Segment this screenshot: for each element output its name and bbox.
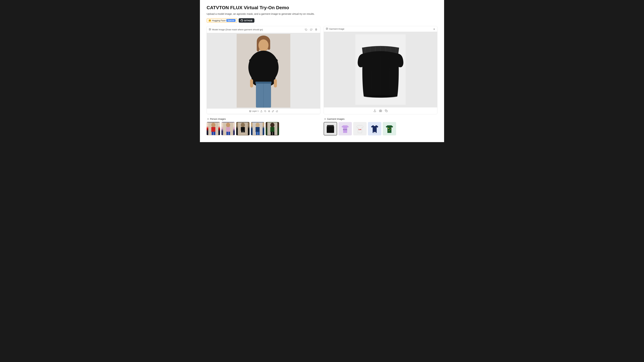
main-panels: Model Image (Draw mask where garment sho… (206, 26, 438, 114)
person-thumbnail-2[interactable] (221, 122, 235, 135)
svg-marker-17 (249, 110, 251, 111)
garment-toolbar (324, 107, 437, 114)
svg-point-7 (258, 39, 268, 51)
svg-rect-65 (258, 132, 260, 135)
person-section-icon (206, 118, 209, 120)
person-images-header: Person Images (206, 118, 320, 120)
garment-camera-button[interactable] (378, 109, 382, 113)
svg-rect-68 (270, 127, 274, 132)
svg-rect-12 (256, 82, 272, 84)
svg-point-89 (388, 128, 389, 129)
model-panel-controls[interactable] (304, 27, 318, 31)
app-description: Upload a model image, an agnostic mask, … (206, 12, 438, 15)
svg-point-38 (380, 110, 381, 111)
garment-upload-button[interactable] (373, 109, 377, 113)
svg-rect-63 (256, 127, 260, 132)
svg-rect-64 (256, 132, 258, 135)
garment-image-area (324, 32, 437, 107)
garment-thumbnail-3[interactable]: Lee (353, 122, 366, 135)
brush-icon (272, 110, 274, 112)
svg-rect-80 (327, 125, 334, 126)
github-text: GITHUB (244, 19, 252, 22)
svg-point-13 (249, 58, 258, 63)
svg-point-67 (270, 123, 274, 127)
spaces-tag: Spaces (226, 19, 236, 22)
image-icon (209, 28, 211, 31)
eraser-tool[interactable] (276, 110, 278, 112)
svg-point-47 (211, 123, 215, 127)
svg-point-1 (210, 29, 210, 29)
garment-images-panel: Garment Images (324, 118, 438, 135)
person-thumbnail-3[interactable] (236, 122, 250, 135)
hf-emoji: 🤗 (208, 19, 211, 22)
svg-text:Lee: Lee (358, 129, 362, 130)
svg-point-14 (269, 58, 278, 63)
model-panel-title: Model Image (Draw mask where garment sho… (212, 28, 263, 31)
garment-close-button[interactable]: ✕ (432, 27, 436, 31)
svg-point-90 (390, 129, 390, 130)
huggingface-badge[interactable]: 🤗 Hugging Face Spaces (206, 18, 237, 23)
garment-thumbnail-5[interactable] (383, 122, 396, 135)
person-thumbnail-1[interactable] (206, 122, 220, 135)
svg-rect-55 (228, 132, 230, 135)
svg-rect-49 (212, 132, 213, 135)
garment-panel: Garment Image ✕ (324, 26, 438, 114)
hf-text: Hugging Face (212, 19, 226, 22)
svg-point-52 (226, 123, 230, 127)
svg-rect-15 (250, 79, 253, 87)
reset-button[interactable] (304, 27, 308, 31)
svg-rect-59 (241, 130, 243, 132)
delete-button[interactable] (314, 27, 318, 31)
github-badge[interactable]: GITHUB (239, 18, 254, 23)
thumbnails-section: Person Images (206, 118, 438, 135)
model-image-area[interactable] (207, 33, 320, 108)
person-images-label: Person Images (210, 118, 226, 120)
garment-image-icon (326, 27, 328, 30)
svg-rect-54 (226, 132, 228, 135)
svg-point-24 (326, 28, 327, 28)
svg-rect-53 (226, 127, 230, 132)
svg-point-62 (256, 123, 260, 127)
svg-point-36 (364, 95, 397, 98)
garment-thumbnails-row: MUSIC Lee (324, 122, 438, 135)
model-panel: Model Image (Draw mask where garment sho… (206, 26, 320, 114)
model-toolbar: Layer 1 (207, 108, 320, 114)
garment-thumbnail-4[interactable] (368, 122, 381, 135)
svg-rect-87 (373, 132, 376, 133)
app-container: CATVTON FLUX Virtual Try-On Demo Upload … (200, 0, 444, 142)
garment-panel-header-left: Garment Image (326, 27, 344, 30)
brush-tool[interactable] (272, 110, 274, 112)
person-thumbnail-4[interactable] (251, 122, 264, 135)
zoom-tool[interactable] (264, 110, 266, 112)
layer-indicator[interactable]: Layer 1 (249, 110, 258, 112)
eraser-icon (276, 110, 278, 112)
model-image-svg (237, 34, 290, 108)
person-thumbnail-5[interactable] (266, 122, 279, 135)
garment-panel-title: Garment Image (329, 28, 344, 30)
garment-images-label: Garment Images (327, 118, 344, 120)
svg-rect-86 (374, 125, 376, 126)
garment-images-header: Garment Images (324, 118, 438, 120)
model-panel-header: Model Image (Draw mask where garment sho… (207, 26, 320, 33)
svg-point-92 (390, 128, 391, 128)
refresh-button[interactable] (309, 27, 313, 31)
upload-tool[interactable] (260, 110, 262, 112)
svg-point-91 (389, 130, 390, 131)
garment-copy-button[interactable] (384, 109, 388, 113)
svg-rect-60 (243, 130, 245, 132)
garment-thumbnail-2[interactable]: MUSIC (338, 122, 352, 135)
page-title: CATVTON FLUX Virtual Try-On Demo (206, 5, 438, 10)
badges-row: 🤗 Hugging Face Spaces GITHUB (206, 18, 438, 23)
layer-icon (249, 110, 251, 112)
layer-label: Layer 1 (252, 110, 258, 112)
move-tool[interactable] (268, 110, 270, 112)
garment-thumbnail-1[interactable] (324, 122, 337, 135)
svg-rect-39 (386, 110, 388, 112)
upload-icon (260, 110, 262, 112)
github-icon (241, 19, 243, 22)
svg-rect-70 (273, 132, 274, 135)
svg-line-20 (266, 112, 266, 112)
person-images-panel: Person Images (206, 118, 320, 135)
svg-text:MUSIC: MUSIC (343, 129, 347, 130)
garment-panel-header: Garment Image ✕ (324, 26, 437, 32)
